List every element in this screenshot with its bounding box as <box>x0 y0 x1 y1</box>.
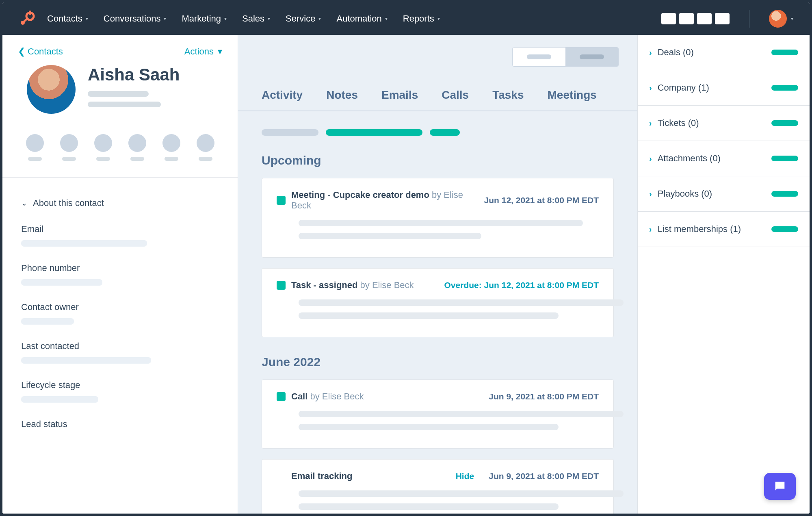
action-icon <box>197 134 214 152</box>
accordion-playbooks[interactable]: ›Playbooks (0) <box>638 176 810 212</box>
accordion-company[interactable]: ›Company (1) <box>638 70 810 106</box>
nav-badges <box>661 13 730 24</box>
caret-down-icon: ▾ <box>224 16 227 22</box>
placeholder-pill <box>771 156 798 161</box>
contact-header: Aisha Saah <box>2 65 238 122</box>
card-title: Task - assigned by Elise Beck <box>291 280 439 291</box>
placeholder-line <box>88 102 161 107</box>
toggle-option-a[interactable] <box>513 48 565 66</box>
nav-badge[interactable] <box>715 13 730 24</box>
nav-conversations[interactable]: Conversations▾ <box>104 13 167 24</box>
chevron-right-icon: › <box>649 119 652 128</box>
field-lead-status: Lead status <box>21 419 219 429</box>
view-toggle[interactable] <box>512 47 619 67</box>
quick-action[interactable] <box>26 134 44 161</box>
chat-icon <box>773 479 787 493</box>
nav-marketing[interactable]: Marketing▾ <box>182 13 227 24</box>
placeholder-line <box>299 424 559 430</box>
chat-widget[interactable] <box>764 473 796 500</box>
chevron-right-icon: › <box>649 83 652 93</box>
nav-contacts[interactable]: Contacts▾ <box>47 13 88 24</box>
nav-badge[interactable] <box>661 13 676 24</box>
top-nav: Contacts▾ Conversations▾ Marketing▾ Sale… <box>2 2 810 35</box>
activity-card-task[interactable]: Task - assigned by Elise Beck Overdue: J… <box>262 268 614 337</box>
back-to-contacts[interactable]: ❮ Contacts <box>18 46 63 57</box>
hide-button[interactable]: Hide <box>456 471 474 481</box>
placeholder-line <box>299 503 559 510</box>
field-email: Email <box>21 224 219 247</box>
field-label: Email <box>21 224 219 234</box>
field-value[interactable] <box>21 279 102 286</box>
action-icon <box>94 134 112 152</box>
contact-headings: Aisha Saah <box>88 65 180 107</box>
action-icon <box>26 134 44 152</box>
field-owner: Contact owner <box>21 302 219 325</box>
quick-action[interactable] <box>60 134 78 161</box>
upcoming-cards: Meeting - Cupcake creator demo by Elise … <box>238 178 637 337</box>
caret-down-icon: ▾ <box>791 16 793 22</box>
nav-divider <box>749 10 749 28</box>
quick-action[interactable] <box>128 134 146 161</box>
user-avatar <box>769 10 787 28</box>
toggle-option-b[interactable] <box>565 48 618 66</box>
month-heading: June 2022 <box>238 337 637 379</box>
chevron-right-icon: › <box>649 48 652 57</box>
quick-action[interactable] <box>94 134 112 161</box>
tab-meetings[interactable]: Meetings <box>548 89 597 111</box>
activity-card-email[interactable]: Email tracking Hide Jun 9, 2021 at 8:00 … <box>262 459 614 514</box>
nav-sales[interactable]: Sales▾ <box>242 13 270 24</box>
tab-notes[interactable]: Notes <box>326 89 358 111</box>
body: ❮ Contacts Actions ▾ Aisha Saah <box>2 35 810 514</box>
contact-avatar[interactable] <box>27 65 76 114</box>
activity-card-call[interactable]: Call by Elise Beck Jun 9, 2021 at 8:00 P… <box>262 379 614 449</box>
placeholder-line <box>299 299 624 306</box>
tab-activity[interactable]: Activity <box>262 89 303 111</box>
field-label: Lifecycle stage <box>21 380 219 390</box>
card-title: Email tracking <box>291 471 450 481</box>
view-toggle-row <box>238 35 637 67</box>
tab-calls[interactable]: Calls <box>442 89 469 111</box>
field-value[interactable] <box>21 318 74 325</box>
field-value[interactable] <box>21 240 147 247</box>
tab-emails[interactable]: Emails <box>381 89 418 111</box>
placeholder-line <box>299 490 624 497</box>
placeholder-line <box>199 157 212 161</box>
filter-pill[interactable] <box>430 129 460 136</box>
accordion-attachments[interactable]: ›Attachments (0) <box>638 141 810 176</box>
quick-action[interactable] <box>197 134 214 161</box>
about-toggle[interactable]: ⌄ About this contact <box>21 198 219 208</box>
filter-pill[interactable] <box>262 129 318 136</box>
placeholder-line <box>165 157 178 161</box>
accordion-lists[interactable]: ›List memberships (1) <box>638 212 810 247</box>
field-phone: Phone number <box>21 263 219 286</box>
tab-tasks[interactable]: Tasks <box>492 89 524 111</box>
activity-type-icon <box>277 196 286 205</box>
caret-down-icon: ▾ <box>86 16 88 22</box>
field-label: Phone number <box>21 263 219 273</box>
app-frame: Contacts▾ Conversations▾ Marketing▾ Sale… <box>2 2 810 514</box>
accordion-tickets[interactable]: ›Tickets (0) <box>638 106 810 141</box>
activity-tabs: Activity Notes Emails Calls Tasks Meetin… <box>238 67 637 111</box>
chevron-right-icon: › <box>649 189 652 199</box>
hubspot-logo[interactable] <box>19 11 35 27</box>
quick-action[interactable] <box>162 134 180 161</box>
field-value[interactable] <box>21 357 151 364</box>
placeholder-line <box>28 157 42 161</box>
account-menu[interactable]: ▾ <box>769 10 793 28</box>
svg-line-2 <box>24 18 28 22</box>
nav-automation[interactable]: Automation▾ <box>336 13 387 24</box>
nav-badge[interactable] <box>697 13 712 24</box>
caret-down-icon: ▾ <box>437 16 440 22</box>
field-value[interactable] <box>21 396 98 403</box>
placeholder-line <box>130 157 144 161</box>
nav-reports[interactable]: Reports▾ <box>403 13 440 24</box>
left-panel: ❮ Contacts Actions ▾ Aisha Saah <box>2 35 238 514</box>
nav-badge[interactable] <box>679 13 694 24</box>
about-section: ⌄ About this contact Email Phone number … <box>2 198 238 446</box>
accordion-deals[interactable]: ›Deals (0) <box>638 35 810 70</box>
nav-service[interactable]: Service▾ <box>286 13 321 24</box>
activity-card-meeting[interactable]: Meeting - Cupcake creator demo by Elise … <box>262 178 614 258</box>
filter-pill[interactable] <box>326 129 422 136</box>
actions-menu[interactable]: Actions ▾ <box>184 46 222 57</box>
upcoming-heading: Upcoming <box>238 136 637 178</box>
